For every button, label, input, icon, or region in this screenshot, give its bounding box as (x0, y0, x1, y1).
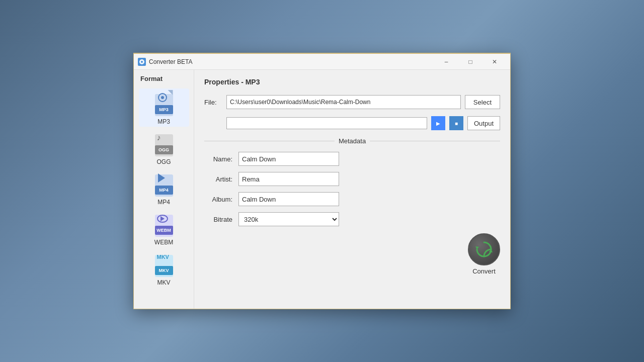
artist-input[interactable] (238, 172, 339, 186)
minimize-button[interactable]: – (435, 54, 458, 70)
mp3-icon: MP3 (153, 90, 175, 116)
name-row: Name: (204, 152, 500, 166)
mp4-icon: MP4 (153, 170, 175, 197)
webm-badge: WEBM (155, 226, 173, 235)
mkv-badge: MKV (155, 266, 173, 275)
properties-panel: Properties - MP3 File: Select ▶ ■ Output (194, 70, 510, 309)
main-content: Format MP3 MP3 ♪ OGG (134, 70, 510, 309)
output-button[interactable]: Output (467, 116, 500, 130)
play-button[interactable]: ▶ (431, 116, 445, 130)
stop-icon: ■ (455, 121, 458, 126)
divider-line-left (204, 141, 335, 141)
bottom-section: Convert (204, 233, 500, 275)
maximize-button[interactable]: □ (459, 54, 482, 70)
ogg-label: OGG (156, 158, 171, 165)
sidebar-item-mp3[interactable]: MP3 MP3 (139, 88, 189, 127)
main-window: Converter BETA – □ ✕ Format MP3 MP3 (133, 53, 511, 309)
sidebar-item-webm[interactable]: WEBM WEBM (139, 209, 189, 247)
mp4-label: MP4 (157, 199, 170, 206)
window-controls: – □ ✕ (435, 54, 506, 70)
bitrate-label: Bitrate (204, 216, 232, 223)
convert-icon (475, 240, 493, 258)
sidebar-item-mp4[interactable]: MP4 MP4 (139, 169, 189, 207)
album-label: Album: (204, 196, 232, 203)
metadata-divider: Metadata (204, 137, 500, 145)
artist-row: Artist: (204, 172, 500, 186)
title-bar: Converter BETA – □ ✕ (134, 54, 510, 70)
file-path-input[interactable] (226, 95, 461, 109)
sidebar-item-mkv[interactable]: MKV MKV MKV (139, 249, 189, 288)
stop-button[interactable]: ■ (449, 116, 463, 130)
album-input[interactable] (238, 192, 339, 206)
mp3-label: MP3 (157, 118, 170, 125)
window-title: Converter BETA (149, 58, 435, 65)
sidebar: Format MP3 MP3 ♪ OGG (134, 70, 194, 309)
ogg-icon: ♪ OGG (153, 130, 175, 156)
convert-area: Convert (468, 233, 500, 275)
metadata-grid: Name: Artist: Album: Bitrate 128k 192k (204, 152, 500, 226)
webm-icon: WEBM (153, 211, 175, 237)
convert-label: Convert (472, 267, 496, 275)
file-label: File: (204, 99, 222, 106)
play-icon: ▶ (436, 121, 440, 126)
playback-row: ▶ ■ Output (226, 116, 500, 130)
artist-label: Artist: (204, 175, 232, 183)
select-button[interactable]: Select (465, 95, 500, 109)
metadata-label: Metadata (339, 137, 366, 145)
svg-point-1 (141, 61, 143, 63)
close-button[interactable]: ✕ (483, 54, 506, 70)
app-icon (138, 58, 146, 66)
ogg-badge: OGG (155, 145, 173, 154)
mp3-badge: MP3 (155, 105, 173, 114)
name-input[interactable] (238, 152, 339, 166)
progress-bar (226, 117, 427, 129)
divider-line-right (370, 141, 500, 141)
bitrate-select[interactable]: 128k 192k 256k 320k (238, 212, 339, 226)
webm-label: WEBM (154, 239, 173, 246)
name-label: Name: (204, 155, 232, 163)
mp4-badge: MP4 (155, 186, 173, 195)
convert-button[interactable] (468, 233, 500, 265)
properties-title: Properties - MP3 (204, 78, 500, 86)
mkv-icon: MKV MKV (153, 251, 175, 277)
sidebar-item-ogg[interactable]: ♪ OGG OGG (139, 129, 189, 167)
mkv-label: MKV (157, 279, 170, 286)
bitrate-row: Bitrate 128k 192k 256k 320k (204, 212, 500, 226)
sidebar-header: Format (136, 75, 163, 82)
file-row: File: Select (204, 95, 500, 109)
album-row: Album: (204, 192, 500, 206)
